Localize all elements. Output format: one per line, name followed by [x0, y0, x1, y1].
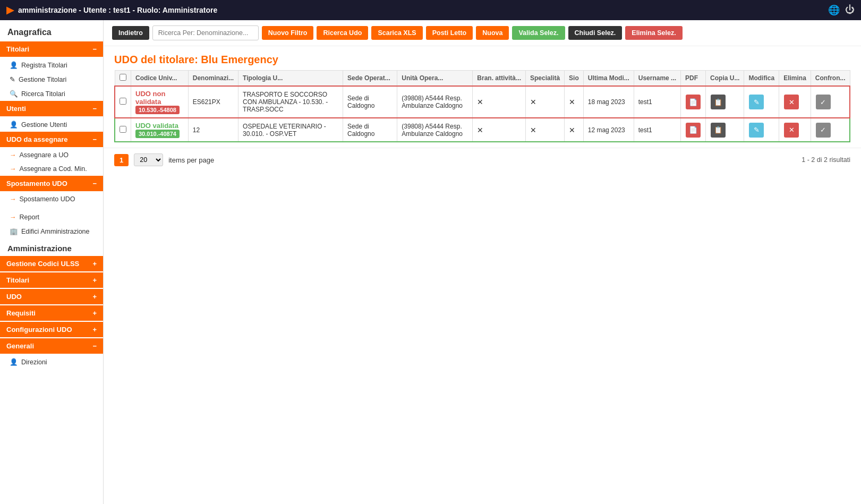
sidebar-section-udo-admin[interactable]: UDO + — [0, 289, 103, 304]
nuova-button[interactable]: Nuova — [476, 26, 509, 40]
row1-bran: ✕ — [473, 86, 526, 118]
row2-status-label: UDO validata — [135, 122, 184, 130]
sidebar-section-titolari[interactable]: Titolari − — [0, 41, 103, 57]
results-info: 1 - 2 di 2 risultati — [802, 156, 850, 164]
row2-pdf-button[interactable]: 📄 — [686, 123, 701, 138]
elimina-selez-button[interactable]: Elimina Selez. — [625, 26, 682, 40]
sidebar-item-assegnare-cod-min[interactable]: → Assegnare a Cod. Min. — [0, 162, 103, 176]
posti-letto-button[interactable]: Posti Letto — [426, 26, 473, 40]
globe-icon[interactable]: 🌐 — [828, 4, 840, 16]
sidebar-item-direzioni[interactable]: 👤 Direzioni — [0, 355, 103, 369]
sidebar-section-configurazioni[interactable]: Configurazioni UDO + — [0, 322, 103, 337]
row1-specialita: ✕ — [526, 86, 565, 118]
row2-elimina-button[interactable]: ✕ — [784, 123, 799, 138]
row2-denominazione: 12 — [188, 118, 238, 142]
sidebar-section-spostamento[interactable]: Spostamento UDO − — [0, 176, 103, 191]
table-container: Codice Univ... Denominazi... Tipologia U… — [104, 70, 861, 142]
indietro-button[interactable]: Indietro — [112, 26, 149, 40]
gestione-codici-label: Gestione Codici ULSS — [6, 260, 79, 268]
row1-modifica-button[interactable]: ✎ — [749, 95, 764, 109]
scarica-xls-button[interactable]: Scarica XLS — [371, 26, 422, 40]
row2-codice: UDO validata 30.010.-40874 — [131, 118, 189, 142]
sidebar-section-titolari-admin[interactable]: Titolari + — [0, 272, 103, 288]
requisiti-plus-icon: + — [92, 309, 97, 317]
sidebar-item-assegnare-uo-label: Assegnare a UO — [20, 151, 69, 159]
configurazioni-plus-icon: + — [92, 326, 97, 334]
sidebar-item-report[interactable]: → Report — [0, 210, 103, 224]
configurazioni-label: Configurazioni UDO — [6, 326, 72, 334]
topbar-arrow-icon: ▶ — [6, 4, 14, 16]
sidebar-item-gestione-utenti-label: Gestione Utenti — [21, 121, 67, 129]
row1-bran-mark: ✕ — [477, 98, 483, 106]
requisiti-label: Requisiti — [6, 309, 36, 317]
row1-status-label: UDO non validata — [135, 90, 184, 106]
sidebar-item-spostamento-udo-label: Spostamento UDO — [20, 195, 75, 203]
row1-copia-button[interactable]: 📋 — [711, 95, 726, 109]
th-sede: Sede Operat... — [343, 71, 397, 87]
row2-specialita: ✕ — [526, 118, 565, 142]
sidebar-item-edifici-label: Edifici Amministrazione — [21, 228, 90, 235]
row1-checkbox[interactable] — [120, 98, 126, 105]
row1-elimina-button[interactable]: ✕ — [784, 95, 799, 109]
nuovo-filtro-button[interactable]: Nuovo Filtro — [262, 26, 314, 40]
th-bran: Bran. attività... — [473, 71, 526, 87]
arrow-icon-cod: → — [10, 165, 16, 173]
generali-label: Generali — [6, 342, 34, 350]
row1-elimina-cell: ✕ — [779, 86, 811, 118]
valida-selez-button[interactable]: Valida Selez. — [512, 26, 565, 40]
spostamento-collapse-icon: − — [92, 180, 97, 187]
sidebar-section-utenti[interactable]: Utenti − — [0, 101, 103, 116]
sidebar-section-gestione-codici[interactable]: Gestione Codici ULSS + — [0, 256, 103, 271]
user-icon-utenti: 👤 — [10, 121, 18, 129]
topbar-title-area: ▶ amministrazione - Utente : test1 - Ruo… — [6, 4, 217, 16]
th-checkbox — [115, 71, 131, 87]
sidebar-item-assegnare-uo[interactable]: → Assegnare a UO — [0, 148, 103, 162]
row2-confronta-button[interactable]: ✓ — [816, 123, 831, 138]
per-page-select[interactable]: 20 50 100 — [134, 153, 163, 166]
sidebar-section-spostamento-label: Spostamento UDO — [6, 180, 67, 187]
chiudi-selez-button[interactable]: Chiudi Selez. — [568, 26, 623, 40]
udo-assegnare-collapse-icon: − — [92, 135, 97, 143]
udo-table: Codice Univ... Denominazi... Tipologia U… — [114, 70, 850, 142]
main-content: Indietro Nuovo Filtro Ricerca Udo Scaric… — [104, 20, 861, 504]
sidebar-item-ricerca-titolari[interactable]: 🔍 Ricerca Titolari — [0, 87, 103, 101]
row1-sede: Sede di Caldogno — [343, 86, 397, 118]
sidebar-section-titolari-label: Titolari — [6, 45, 29, 53]
row2-modifica-button[interactable]: ✎ — [749, 123, 764, 138]
row2-checkbox[interactable] — [120, 126, 126, 133]
row1-username: test1 — [634, 86, 680, 118]
row2-copia-cell: 📋 — [706, 118, 744, 142]
arrow-icon-uo: → — [10, 151, 16, 159]
building-icon: 🏢 — [10, 227, 18, 235]
th-modifica: Modifica — [744, 71, 779, 87]
topbar-icons: 🌐 ⏻ — [828, 4, 855, 16]
utenti-collapse-icon: − — [92, 105, 97, 113]
sidebar-item-gestione-utenti[interactable]: 👤 Gestione Utenti — [0, 117, 103, 132]
sidebar-item-spostamento-udo[interactable]: → Spostamento UDO — [0, 192, 103, 206]
titolari-admin-plus-icon: + — [92, 276, 97, 284]
ricerca-udo-button[interactable]: Ricerca Udo — [317, 26, 368, 40]
sidebar-item-registra-titolari[interactable]: 👤 Registra Titolari — [0, 58, 103, 72]
row2-copia-button[interactable]: 📋 — [711, 123, 726, 138]
sidebar-section-generali[interactable]: Generali − — [0, 338, 103, 354]
th-elimina: Elimina — [779, 71, 811, 87]
sidebar-section-requisiti[interactable]: Requisiti + — [0, 305, 103, 321]
th-ultima-modifica: Ultima Modi... — [583, 71, 634, 87]
row2-bran: ✕ — [473, 118, 526, 142]
th-copia: Copia U... — [706, 71, 744, 87]
row1-specialita-mark: ✕ — [530, 98, 536, 106]
th-tipologia: Tipologia U... — [238, 71, 343, 87]
row1-pdf-button[interactable]: 📄 — [686, 95, 701, 109]
current-page[interactable]: 1 — [114, 154, 129, 166]
sidebar-section-udo-assegnare[interactable]: UDO da assegnare − — [0, 132, 103, 147]
row1-sio: ✕ — [565, 86, 584, 118]
search-icon: 🔍 — [10, 90, 18, 98]
sidebar-item-gestione-titolari[interactable]: ✎ Gestione Titolari — [0, 72, 103, 87]
main-layout: Anagrafica Titolari − 👤 Registra Titolar… — [0, 20, 861, 504]
sidebar-item-edifici[interactable]: 🏢 Edifici Amministrazione — [0, 224, 103, 238]
power-icon[interactable]: ⏻ — [845, 4, 855, 16]
search-input[interactable] — [152, 25, 259, 40]
row1-confronta-button[interactable]: ✓ — [816, 95, 831, 109]
select-all-checkbox[interactable] — [120, 74, 126, 81]
sidebar-item-report-label: Report — [20, 213, 40, 221]
